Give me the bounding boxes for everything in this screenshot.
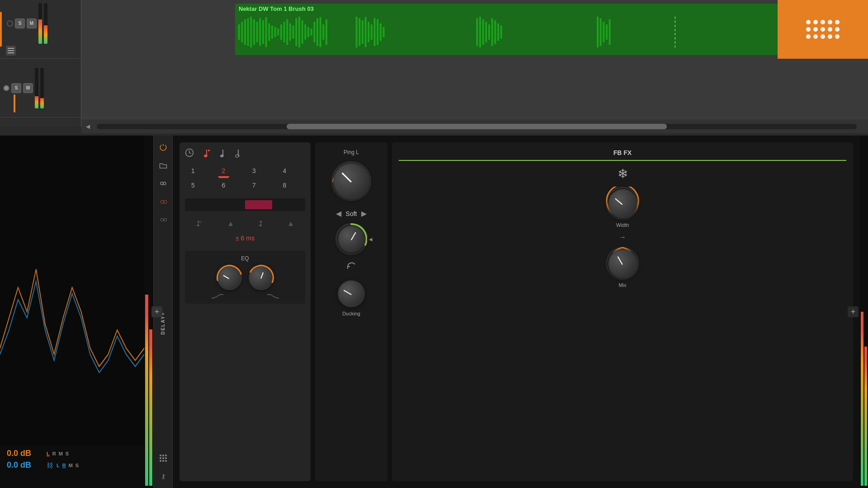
- num-btn-1[interactable]: 1: [185, 164, 201, 177]
- lrms-R-blue: R: [62, 463, 66, 468]
- svg-rect-25: [313, 22, 315, 42]
- sidebar-grid-icon[interactable]: [156, 451, 170, 465]
- arrow-up-right-icon[interactable]: ▲: [287, 220, 294, 228]
- freeze-button[interactable]: ❄: [618, 166, 628, 181]
- track-level-1: [38, 3, 42, 44]
- svg-rect-42: [482, 19, 484, 45]
- svg-rect-4: [250, 17, 252, 48]
- scrollbar-track[interactable]: [97, 124, 857, 129]
- link-icon[interactable]: ⛓: [47, 462, 53, 469]
- svg-rect-19: [295, 18, 297, 46]
- track-mute-1[interactable]: M: [27, 19, 37, 28]
- num-btn-8[interactable]: 8: [277, 179, 293, 192]
- add-track-button[interactable]: +: [151, 306, 162, 317]
- svg-rect-30: [356, 17, 358, 48]
- lrms-M-orange: M: [59, 451, 63, 456]
- svg-point-68: [197, 225, 199, 226]
- num-btn-3[interactable]: 3: [246, 164, 262, 177]
- num-btn-7[interactable]: 7: [246, 179, 262, 192]
- note-arrow-icon[interactable]: [256, 219, 266, 228]
- svg-rect-14: [280, 24, 282, 40]
- reset-button[interactable]: [346, 260, 357, 273]
- track-solo-2[interactable]: S: [11, 83, 21, 93]
- db-value-orange: 0.0 dB: [7, 449, 43, 458]
- num-btn-4[interactable]: 4: [277, 164, 293, 177]
- svg-rect-36: [374, 18, 376, 46]
- svg-rect-5: [253, 19, 255, 45]
- quarter-note-icon[interactable]: [219, 148, 226, 158]
- sidebar-mic-pair-icon[interactable]: ○○: [156, 212, 170, 227]
- time-value-display: ± 6 ms: [185, 235, 305, 242]
- plugin-icon[interactable]: [778, 0, 868, 59]
- svg-point-71: [259, 225, 262, 226]
- soft-next-arrow[interactable]: ▶: [361, 209, 367, 218]
- svg-rect-40: [476, 18, 478, 46]
- daw-scrollbar[interactable]: ◀: [81, 120, 868, 133]
- track-menu-1[interactable]: [6, 46, 16, 56]
- note-up-arrow[interactable]: 3: [196, 219, 206, 226]
- arrow-up-icon[interactable]: ▲: [227, 220, 234, 228]
- svg-rect-23: [307, 27, 309, 38]
- width-knob-wrapper: [606, 187, 640, 221]
- number-grid: 1 2 3 4 5 6 7 8: [185, 164, 305, 192]
- scrollbar-thumb[interactable]: [287, 124, 667, 129]
- plugin-panel: 0.0 dB L R M S 0.0 dB ⛓ L R M S: [0, 136, 868, 488]
- delay-progress-bar[interactable]: [185, 198, 305, 211]
- plugin-content: 1 2 3 4 5 6 7 8: [173, 136, 860, 488]
- svg-rect-33: [365, 17, 367, 47]
- main-knob-wrapper: [331, 161, 372, 202]
- fbfx-add-button[interactable]: +: [848, 306, 859, 317]
- track-record-1[interactable]: [7, 20, 13, 27]
- ducking-knob[interactable]: [338, 280, 365, 307]
- db-value-blue: 0.0 dB: [7, 460, 43, 470]
- db-controls: 0.0 dB L R M S 0.0 dB ⛓ L R M S: [0, 445, 153, 488]
- num-btn-6[interactable]: 6: [216, 179, 232, 192]
- clock-icon[interactable]: [185, 148, 194, 157]
- svg-rect-18: [292, 25, 294, 39]
- svg-point-66: [235, 154, 239, 158]
- main-knob-container: [331, 161, 372, 202]
- mix-knob[interactable]: [608, 249, 637, 278]
- arrow-row: 3 ▲ ▲: [185, 219, 305, 228]
- bitwig-logo: [806, 20, 840, 39]
- sidebar-circle-pair-icon[interactable]: ○○: [156, 194, 170, 209]
- svg-rect-41: [479, 17, 481, 48]
- routing-arrow: →: [619, 233, 626, 241]
- sidebar-power-icon[interactable]: [156, 140, 170, 155]
- svg-rect-6: [256, 22, 258, 42]
- width-knob-container: Width: [399, 187, 846, 228]
- track-record-2[interactable]: [3, 85, 9, 91]
- svg-point-62: [208, 150, 210, 151]
- width-knob[interactable]: [608, 189, 637, 218]
- svg-rect-15: [283, 22, 285, 42]
- svg-rect-31: [359, 18, 360, 46]
- svg-rect-46: [494, 20, 496, 44]
- num-btn-5[interactable]: 5: [185, 179, 201, 192]
- half-note-icon[interactable]: [235, 148, 242, 158]
- num-btn-2[interactable]: 2: [216, 164, 232, 177]
- waveform-clip[interactable]: Nektar DW Tom 1 Brush 03: [235, 4, 778, 55]
- feedback-knob[interactable]: [338, 225, 365, 253]
- sidebar-key-icon[interactable]: ⚷: [156, 469, 170, 483]
- lrms-M-blue: M: [69, 463, 73, 468]
- svg-rect-27: [320, 17, 321, 47]
- lrms-L-orange: L: [47, 451, 50, 456]
- soft-prev-arrow[interactable]: ◀: [336, 209, 341, 218]
- svg-rect-26: [316, 18, 318, 46]
- time-icons-row: [185, 148, 305, 158]
- scroll-left-arrow[interactable]: ◀: [86, 123, 90, 130]
- lrms-R-orange: R: [52, 451, 56, 456]
- svg-rect-17: [289, 23, 291, 41]
- dotted-note-icon[interactable]: [202, 148, 211, 158]
- track-mute-2[interactable]: M: [23, 83, 33, 93]
- track-level-2b: [40, 68, 44, 108]
- sidebar-folder-icon[interactable]: [156, 158, 170, 173]
- eq-knob-2[interactable]: [249, 265, 274, 290]
- track-solo-1[interactable]: S: [15, 19, 25, 28]
- main-knob[interactable]: [333, 163, 369, 199]
- soft-nav: ◀ Soft ▶: [336, 209, 367, 218]
- mix-knob-wrapper: [606, 247, 640, 281]
- sidebar-link-icon[interactable]: [156, 176, 170, 191]
- db-row-orange: 0.0 dB L R M S: [7, 449, 146, 458]
- eq-knob-1[interactable]: [217, 265, 242, 290]
